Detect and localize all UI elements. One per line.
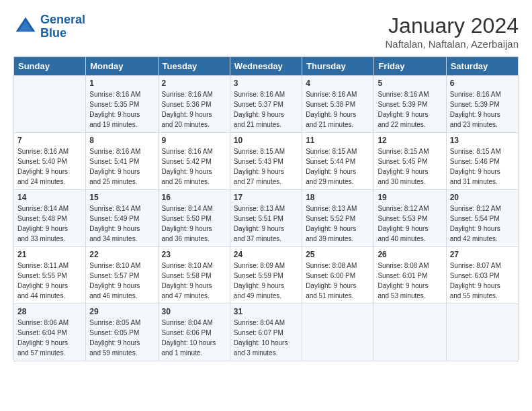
calendar-cell: 24Sunrise: 8:09 AMSunset: 5:59 PMDayligh…	[230, 247, 302, 304]
calendar-cell	[302, 304, 374, 361]
calendar-cell: 19Sunrise: 8:12 AMSunset: 5:53 PMDayligh…	[374, 190, 446, 247]
logo-icon	[13, 15, 38, 39]
calendar-cell: 16Sunrise: 8:14 AMSunset: 5:50 PMDayligh…	[158, 190, 230, 247]
day-number: 15	[89, 193, 154, 202]
day-header-monday: Monday	[86, 57, 158, 76]
day-info: Sunrise: 8:04 AMSunset: 6:07 PMDaylight:…	[234, 318, 298, 358]
day-info: Sunrise: 8:15 AMSunset: 5:46 PMDaylight:…	[450, 146, 515, 187]
day-info: Sunrise: 8:16 AMSunset: 5:39 PMDaylight:…	[450, 89, 515, 130]
day-number: 28	[17, 307, 82, 316]
page-header: General Blue January 2024 Naftalan, Naft…	[13, 13, 519, 50]
day-number: 10	[234, 136, 298, 145]
day-info: Sunrise: 8:13 AMSunset: 5:52 PMDaylight:…	[306, 203, 370, 244]
day-number: 31	[234, 307, 298, 316]
day-header-saturday: Saturday	[446, 57, 518, 76]
day-info: Sunrise: 8:15 AMSunset: 5:45 PMDaylight:…	[378, 146, 442, 187]
calendar-cell	[446, 304, 518, 361]
logo: General Blue	[13, 13, 85, 40]
day-info: Sunrise: 8:16 AMSunset: 5:38 PMDaylight:…	[306, 89, 370, 130]
calendar-cell: 7Sunrise: 8:16 AMSunset: 5:40 PMDaylight…	[14, 133, 86, 190]
calendar-cell: 20Sunrise: 8:12 AMSunset: 5:54 PMDayligh…	[446, 190, 518, 247]
calendar-cell: 27Sunrise: 8:07 AMSunset: 6:03 PMDayligh…	[446, 247, 518, 304]
calendar-cell: 31Sunrise: 8:04 AMSunset: 6:07 PMDayligh…	[230, 304, 302, 361]
calendar-cell	[14, 76, 86, 133]
day-number: 8	[89, 136, 154, 145]
day-number: 20	[450, 193, 515, 202]
calendar-cell: 28Sunrise: 8:06 AMSunset: 6:04 PMDayligh…	[14, 304, 86, 361]
calendar-cell: 26Sunrise: 8:08 AMSunset: 6:01 PMDayligh…	[374, 247, 446, 304]
day-number: 23	[162, 250, 226, 259]
day-number: 29	[89, 307, 154, 316]
day-header-sunday: Sunday	[14, 57, 86, 76]
day-number: 19	[378, 193, 442, 202]
calendar-cell: 30Sunrise: 8:04 AMSunset: 6:06 PMDayligh…	[158, 304, 230, 361]
calendar-cell: 9Sunrise: 8:16 AMSunset: 5:42 PMDaylight…	[158, 133, 230, 190]
day-header-wednesday: Wednesday	[230, 57, 302, 76]
day-header-friday: Friday	[374, 57, 446, 76]
day-info: Sunrise: 8:13 AMSunset: 5:51 PMDaylight:…	[234, 203, 298, 244]
calendar-cell: 2Sunrise: 8:16 AMSunset: 5:36 PMDaylight…	[158, 76, 230, 133]
calendar-cell: 12Sunrise: 8:15 AMSunset: 5:45 PMDayligh…	[374, 133, 446, 190]
day-info: Sunrise: 8:14 AMSunset: 5:48 PMDaylight:…	[17, 203, 82, 244]
calendar-week-row: 14Sunrise: 8:14 AMSunset: 5:48 PMDayligh…	[14, 190, 519, 247]
day-info: Sunrise: 8:16 AMSunset: 5:35 PMDaylight:…	[89, 89, 154, 130]
calendar-cell	[374, 304, 446, 361]
calendar-cell: 4Sunrise: 8:16 AMSunset: 5:38 PMDaylight…	[302, 76, 374, 133]
day-number: 26	[378, 250, 442, 259]
day-info: Sunrise: 8:05 AMSunset: 6:05 PMDaylight:…	[89, 318, 154, 358]
day-info: Sunrise: 8:10 AMSunset: 5:57 PMDaylight:…	[89, 261, 154, 301]
calendar-week-row: 7Sunrise: 8:16 AMSunset: 5:40 PMDaylight…	[14, 133, 519, 190]
calendar-week-row: 21Sunrise: 8:11 AMSunset: 5:55 PMDayligh…	[14, 247, 519, 304]
calendar-cell: 13Sunrise: 8:15 AMSunset: 5:46 PMDayligh…	[446, 133, 518, 190]
logo-blue: Blue	[40, 27, 85, 40]
day-info: Sunrise: 8:14 AMSunset: 5:50 PMDaylight:…	[162, 203, 226, 244]
day-number: 6	[450, 79, 515, 88]
location: Naftalan, Naftalan, Azerbaijan	[386, 38, 519, 50]
day-info: Sunrise: 8:12 AMSunset: 5:53 PMDaylight:…	[378, 203, 442, 244]
day-info: Sunrise: 8:08 AMSunset: 6:00 PMDaylight:…	[306, 261, 370, 301]
month-title: January 2024	[386, 13, 519, 38]
calendar-cell: 10Sunrise: 8:15 AMSunset: 5:43 PMDayligh…	[230, 133, 302, 190]
day-info: Sunrise: 8:16 AMSunset: 5:42 PMDaylight:…	[162, 146, 226, 187]
calendar-cell: 21Sunrise: 8:11 AMSunset: 5:55 PMDayligh…	[14, 247, 86, 304]
day-number: 25	[306, 250, 370, 259]
day-number: 1	[89, 79, 154, 88]
calendar-table: SundayMondayTuesdayWednesdayThursdayFrid…	[13, 56, 519, 361]
day-number: 9	[162, 136, 226, 145]
day-info: Sunrise: 8:14 AMSunset: 5:49 PMDaylight:…	[89, 203, 154, 244]
day-number: 30	[162, 307, 226, 316]
calendar-cell: 6Sunrise: 8:16 AMSunset: 5:39 PMDaylight…	[446, 76, 518, 133]
day-info: Sunrise: 8:07 AMSunset: 6:03 PMDaylight:…	[450, 261, 515, 301]
day-number: 13	[450, 136, 515, 145]
calendar-cell: 18Sunrise: 8:13 AMSunset: 5:52 PMDayligh…	[302, 190, 374, 247]
calendar-cell: 3Sunrise: 8:16 AMSunset: 5:37 PMDaylight…	[230, 76, 302, 133]
day-info: Sunrise: 8:15 AMSunset: 5:43 PMDaylight:…	[234, 146, 298, 187]
day-number: 2	[162, 79, 226, 88]
calendar-cell: 14Sunrise: 8:14 AMSunset: 5:48 PMDayligh…	[14, 190, 86, 247]
day-number: 14	[17, 193, 82, 202]
day-info: Sunrise: 8:08 AMSunset: 6:01 PMDaylight:…	[378, 261, 442, 301]
day-number: 4	[306, 79, 370, 88]
day-number: 27	[450, 250, 515, 259]
logo-general: General	[40, 13, 85, 26]
day-info: Sunrise: 8:12 AMSunset: 5:54 PMDaylight:…	[450, 203, 515, 244]
day-number: 16	[162, 193, 226, 202]
calendar-cell: 25Sunrise: 8:08 AMSunset: 6:00 PMDayligh…	[302, 247, 374, 304]
day-info: Sunrise: 8:15 AMSunset: 5:44 PMDaylight:…	[306, 146, 370, 187]
calendar-cell: 15Sunrise: 8:14 AMSunset: 5:49 PMDayligh…	[86, 190, 158, 247]
logo-text: General Blue	[40, 13, 85, 40]
day-info: Sunrise: 8:16 AMSunset: 5:39 PMDaylight:…	[378, 89, 442, 130]
calendar-cell: 23Sunrise: 8:10 AMSunset: 5:58 PMDayligh…	[158, 247, 230, 304]
calendar-cell: 1Sunrise: 8:16 AMSunset: 5:35 PMDaylight…	[86, 76, 158, 133]
calendar-cell: 8Sunrise: 8:16 AMSunset: 5:41 PMDaylight…	[86, 133, 158, 190]
day-number: 3	[234, 79, 298, 88]
title-block: January 2024 Naftalan, Naftalan, Azerbai…	[386, 13, 519, 50]
calendar-cell: 17Sunrise: 8:13 AMSunset: 5:51 PMDayligh…	[230, 190, 302, 247]
day-info: Sunrise: 8:16 AMSunset: 5:36 PMDaylight:…	[162, 89, 226, 130]
calendar-cell: 11Sunrise: 8:15 AMSunset: 5:44 PMDayligh…	[302, 133, 374, 190]
day-number: 17	[234, 193, 298, 202]
day-info: Sunrise: 8:09 AMSunset: 5:59 PMDaylight:…	[234, 261, 298, 301]
day-number: 7	[17, 136, 82, 145]
day-number: 24	[234, 250, 298, 259]
day-info: Sunrise: 8:11 AMSunset: 5:55 PMDaylight:…	[17, 261, 82, 301]
